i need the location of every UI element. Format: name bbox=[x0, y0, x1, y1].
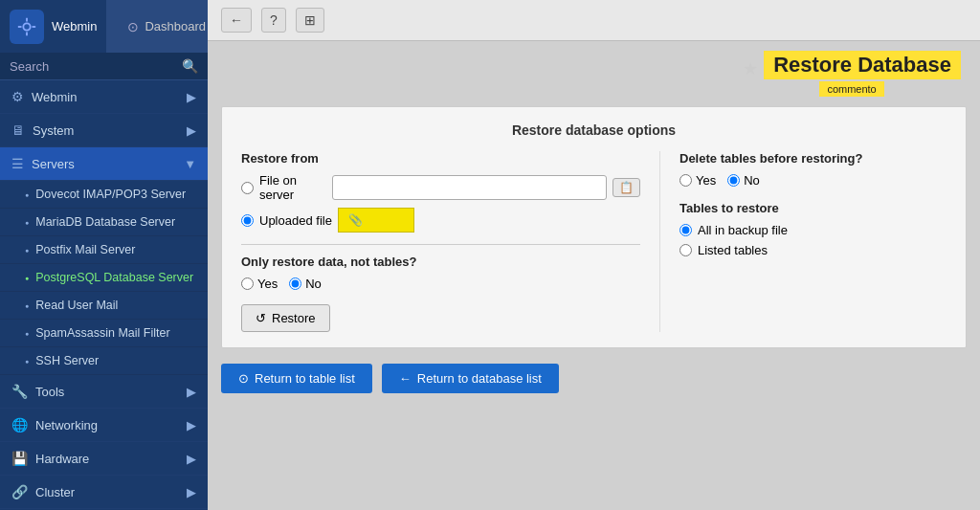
sidebar-item-postfix[interactable]: Postfix Mail Server bbox=[0, 236, 208, 264]
sidebar-item-servers[interactable]: ☰ Servers ▼ bbox=[0, 147, 208, 181]
file-on-server-row: File on server 📋 bbox=[241, 173, 640, 202]
sidebar-item-system-label: System bbox=[33, 123, 74, 138]
sidebar-item-webmin[interactable]: ⚙ Webmin ▶ bbox=[0, 80, 208, 114]
nav-section: ⚙ Webmin ▶ 🖥 System ▶ ☰ Servers ▼ Doveco… bbox=[0, 80, 208, 510]
restore-button[interactable]: ↺ Restore bbox=[241, 304, 330, 332]
return-table-icon: ⊙ bbox=[238, 371, 249, 386]
delete-no-label[interactable]: No bbox=[744, 173, 760, 188]
uploaded-file-radio[interactable] bbox=[241, 214, 254, 227]
only-restore-no-label[interactable]: No bbox=[305, 277, 322, 291]
search-icon: 🔍 bbox=[182, 58, 198, 74]
all-in-backup-radio[interactable] bbox=[679, 224, 692, 236]
only-restore-no-radio[interactable] bbox=[289, 277, 301, 290]
listed-tables-row: Listed tables bbox=[679, 243, 947, 257]
restore-button-label: Restore bbox=[272, 311, 316, 325]
only-restore-yes-label[interactable]: Yes bbox=[257, 277, 278, 291]
delete-no-radio[interactable] bbox=[727, 174, 740, 187]
servers-icon: ☰ bbox=[11, 156, 24, 171]
back-button[interactable]: ← bbox=[221, 8, 252, 33]
two-col-layout: Restore from File on server 📋 Uploaded f… bbox=[241, 151, 947, 332]
postgresql-label: PostgreSQL Database Server bbox=[35, 271, 193, 284]
main-content: ← ? ⊞ ★ Restore Database commento Restor… bbox=[208, 0, 980, 510]
readusermail-label: Read User Mail bbox=[35, 299, 118, 312]
delete-yes-label[interactable]: Yes bbox=[696, 173, 716, 188]
content-box: Restore database options Restore from Fi… bbox=[221, 106, 967, 348]
title-area: ★ Restore Database commento bbox=[208, 41, 980, 100]
sidebar: Webmin ⊙ Dashboard 🔍 ⚙ Webmin ▶ 🖥 System… bbox=[0, 0, 208, 510]
left-column: Restore from File on server 📋 Uploaded f… bbox=[241, 151, 659, 332]
only-restore-label: Only restore data, not tables? bbox=[241, 255, 640, 269]
listed-tables-radio[interactable] bbox=[679, 244, 692, 256]
only-restore-no-row: No bbox=[289, 277, 322, 291]
only-restore-yes-row: Yes bbox=[241, 277, 278, 291]
sidebar-item-spamassassin[interactable]: SpamAssassin Mail Filter bbox=[0, 320, 208, 347]
file-on-server-radio[interactable] bbox=[241, 182, 254, 194]
restore-icon: ↺ bbox=[256, 311, 266, 325]
sidebar-item-networking-label: Networking bbox=[35, 418, 98, 432]
return-db-icon: ← bbox=[399, 371, 412, 386]
grid-button[interactable]: ⊞ bbox=[296, 8, 324, 33]
delete-tables-options: Yes No bbox=[679, 173, 947, 188]
spamassassin-label: SpamAssassin Mail Filter bbox=[35, 326, 169, 340]
webmin-title: Webmin bbox=[52, 19, 97, 33]
hardware-icon: 💾 bbox=[11, 451, 28, 466]
dashboard-label: Dashboard bbox=[145, 19, 206, 33]
tools-icon: 🔧 bbox=[11, 384, 28, 399]
sidebar-item-hardware-label: Hardware bbox=[35, 452, 89, 466]
sidebar-item-webmin-label: Webmin bbox=[32, 90, 77, 104]
help-button[interactable]: ? bbox=[261, 8, 286, 33]
sidebar-item-readusermail[interactable]: Read User Mail bbox=[0, 292, 208, 320]
file-on-server-input[interactable] bbox=[332, 175, 607, 200]
tables-to-restore-label: Tables to restore bbox=[679, 201, 947, 215]
sidebar-item-networking[interactable]: 🌐 Networking ▶ bbox=[0, 409, 208, 442]
cluster-icon: 🔗 bbox=[11, 484, 28, 499]
star-icon: ★ bbox=[743, 58, 758, 79]
search-box[interactable]: 🔍 bbox=[0, 53, 208, 80]
commento-badge: commento bbox=[819, 81, 883, 97]
page-title: Restore Database bbox=[764, 51, 961, 79]
paperclip-icon: 📎 bbox=[348, 213, 363, 227]
all-in-backup-row: All in backup file bbox=[679, 223, 947, 237]
return-table-button[interactable]: ⊙ Return to table list bbox=[221, 364, 372, 393]
sidebar-item-postgresql[interactable]: PostgreSQL Database Server bbox=[0, 264, 208, 292]
restore-from-label: Restore from bbox=[241, 151, 640, 166]
delete-tables-label: Delete tables before restoring? bbox=[679, 151, 947, 166]
upload-box[interactable]: 📎 bbox=[338, 208, 414, 233]
sidebar-item-dovecot[interactable]: Dovecot IMAP/POP3 Server bbox=[0, 181, 208, 209]
dashboard-tab[interactable]: ⊙ Dashboard bbox=[106, 0, 208, 53]
search-input[interactable] bbox=[10, 59, 182, 74]
sidebar-logo bbox=[10, 10, 44, 44]
listed-tables-label[interactable]: Listed tables bbox=[698, 243, 768, 257]
all-in-backup-label[interactable]: All in backup file bbox=[698, 223, 788, 237]
sidebar-item-tools[interactable]: 🔧 Tools ▶ bbox=[0, 375, 208, 409]
only-restore-options: Yes No bbox=[241, 277, 640, 291]
title-block: ★ Restore Database commento bbox=[743, 51, 961, 97]
sidebar-item-ssh[interactable]: SSH Server bbox=[0, 347, 208, 375]
networking-icon: 🌐 bbox=[11, 417, 28, 432]
bottom-buttons: ⊙ Return to table list ← Return to datab… bbox=[208, 354, 980, 403]
uploaded-file-label-text[interactable]: Uploaded file bbox=[259, 213, 332, 228]
sidebar-item-hardware[interactable]: 💾 Hardware ▶ bbox=[0, 442, 208, 476]
section-title: Restore database options bbox=[241, 122, 947, 138]
return-db-label: Return to database list bbox=[417, 371, 542, 386]
only-restore-yes-radio[interactable] bbox=[241, 277, 254, 290]
sidebar-item-cluster[interactable]: 🔗 Cluster ▶ bbox=[0, 476, 208, 509]
chevron-right-tools: ▶ bbox=[187, 385, 196, 399]
dovecot-label: Dovecot IMAP/POP3 Server bbox=[35, 188, 186, 201]
chevron-down-icon: ▼ bbox=[184, 157, 196, 171]
return-db-button[interactable]: ← Return to database list bbox=[382, 364, 559, 393]
delete-yes-radio[interactable] bbox=[679, 174, 692, 187]
sidebar-item-cluster-label: Cluster bbox=[35, 485, 75, 499]
sidebar-item-mariadb[interactable]: MariaDB Database Server bbox=[0, 209, 208, 236]
file-on-server-label-text[interactable]: File on server bbox=[259, 173, 326, 202]
system-icon: 🖥 bbox=[11, 122, 25, 138]
sidebar-item-servers-label: Servers bbox=[32, 157, 75, 171]
sidebar-item-tools-label: Tools bbox=[35, 385, 64, 399]
return-table-label: Return to table list bbox=[255, 371, 355, 386]
mariadb-label: MariaDB Database Server bbox=[35, 215, 175, 229]
sidebar-header: Webmin bbox=[0, 0, 106, 53]
copy-button[interactable]: 📋 bbox=[612, 178, 640, 197]
sidebar-item-system[interactable]: 🖥 System ▶ bbox=[0, 114, 208, 147]
topbar: ← ? ⊞ bbox=[208, 0, 980, 41]
right-column: Delete tables before restoring? Yes No T… bbox=[659, 151, 947, 332]
